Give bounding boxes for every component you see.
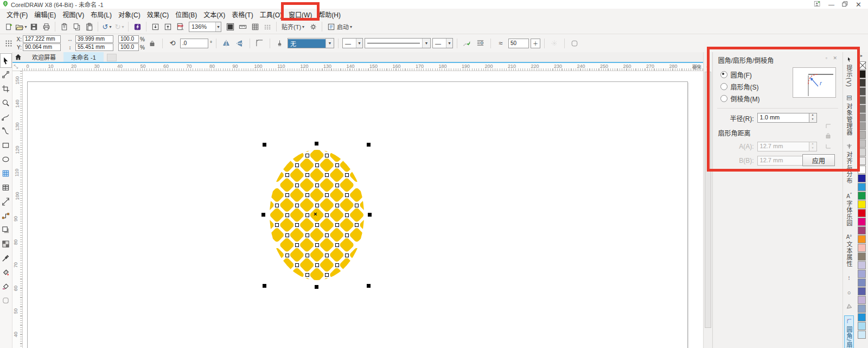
curve-node[interactable] xyxy=(335,243,339,247)
color-swatch[interactable] xyxy=(858,131,866,139)
color-swatch[interactable] xyxy=(858,166,866,174)
selection-handle[interactable] xyxy=(367,284,371,288)
outline-tool[interactable] xyxy=(1,294,11,307)
menu-item-11[interactable]: 窗口(W) xyxy=(285,9,315,20)
curve-node[interactable] xyxy=(285,233,289,237)
vertical-ruler[interactable]: 15014013012011010090807060504030 xyxy=(12,71,23,348)
lock-values-icon[interactable] xyxy=(825,132,833,141)
selection-handle[interactable] xyxy=(367,143,371,147)
color-swatch[interactable] xyxy=(858,148,866,156)
docker-tab-对象管理器[interactable]: 对象管理器 xyxy=(845,93,853,138)
docker-tab-icon-7[interactable]: ○ xyxy=(847,287,851,298)
menu-item-7[interactable]: 位图(B) xyxy=(172,9,200,20)
object-center-marker[interactable]: × xyxy=(314,211,317,217)
curve-node[interactable] xyxy=(345,233,349,237)
curve-node[interactable] xyxy=(285,213,289,217)
bspline-tool[interactable] xyxy=(1,124,11,138)
curve-node[interactable] xyxy=(295,204,299,207)
curve-node[interactable] xyxy=(275,204,279,207)
curve-node[interactable] xyxy=(295,263,299,267)
undo-button[interactable]: ↺ xyxy=(101,21,113,33)
menu-item-2[interactable]: 编辑(E) xyxy=(31,9,59,20)
color-swatch[interactable] xyxy=(858,252,866,261)
shape-recognition-button[interactable] xyxy=(461,37,473,49)
minimize-button[interactable]: — xyxy=(828,2,834,8)
curve-node[interactable] xyxy=(285,254,289,257)
color-swatch[interactable] xyxy=(858,322,866,330)
curve-node[interactable] xyxy=(325,254,329,257)
chevron-down-icon[interactable]: ▼ xyxy=(326,39,334,48)
curve-node[interactable] xyxy=(305,173,309,177)
smoothing-input[interactable]: 50 xyxy=(508,39,529,48)
color-swatch[interactable] xyxy=(858,87,866,96)
save-button[interactable] xyxy=(28,21,40,33)
import-button[interactable] xyxy=(149,21,161,33)
welcome-home-icon[interactable] xyxy=(12,52,24,62)
rectangle-tool[interactable] xyxy=(1,138,11,152)
color-swatch[interactable] xyxy=(858,174,866,182)
curve-node[interactable] xyxy=(315,243,319,247)
color-swatch[interactable] xyxy=(858,79,866,87)
rounded-corner-icon[interactable] xyxy=(569,37,580,49)
radio-icon[interactable] xyxy=(720,83,727,90)
palette-options-icon[interactable]: ▸ xyxy=(860,53,863,61)
color-swatch[interactable] xyxy=(858,296,866,304)
color-swatch[interactable] xyxy=(858,70,866,78)
docker-tab-icon-6[interactable]: ⁝ xyxy=(848,273,850,284)
curve-node[interactable] xyxy=(335,163,339,167)
horizontal-ruler[interactable]: ⤡ 01020304050607080901001101201301401501… xyxy=(12,63,703,71)
scale-h-input[interactable]: 100.0 xyxy=(118,35,139,43)
docker-tab-对齐与分布[interactable]: 对齐与分布 xyxy=(845,141,853,186)
dimension-tool[interactable] xyxy=(1,195,11,208)
y-position-input[interactable]: 90.064 mm xyxy=(23,43,61,51)
curve-node[interactable] xyxy=(325,154,329,157)
crop-tool[interactable] xyxy=(1,82,11,96)
scale-v-input[interactable]: 100.0 xyxy=(118,43,139,51)
menu-item-12[interactable]: 帮助(H) xyxy=(315,9,344,20)
object-height-input[interactable]: 55.451 mm xyxy=(75,43,113,51)
curve-node[interactable] xyxy=(315,204,319,207)
launch-button[interactable]: 启动 xyxy=(325,21,354,33)
app-launcher-button[interactable] xyxy=(131,21,143,33)
docker-tab-圆角/扇形[interactable]: 圆角/扇形 xyxy=(845,316,853,348)
color-swatch[interactable] xyxy=(858,261,866,269)
curve-node[interactable] xyxy=(325,193,329,197)
curve-node[interactable] xyxy=(315,184,319,187)
curve-node[interactable] xyxy=(325,273,329,277)
color-swatch[interactable] xyxy=(858,122,866,130)
outline-width-select[interactable]: 无 ▼ xyxy=(288,38,334,48)
color-swatch[interactable] xyxy=(858,305,866,313)
redo-button[interactable]: ↻ xyxy=(113,21,125,33)
curve-node[interactable] xyxy=(335,204,339,207)
color-swatch[interactable] xyxy=(858,279,866,287)
color-swatch[interactable] xyxy=(858,192,866,200)
copy-button[interactable] xyxy=(71,21,82,33)
color-swatch[interactable] xyxy=(858,96,866,104)
menu-item-1[interactable]: 文件(F) xyxy=(3,9,31,20)
color-swatch[interactable] xyxy=(858,209,866,217)
curve-node[interactable] xyxy=(305,233,309,237)
color-swatch[interactable] xyxy=(858,287,866,295)
mirror-horizontal-button[interactable] xyxy=(220,37,232,49)
curve-node[interactable] xyxy=(355,204,359,207)
selected-shape[interactable]: × xyxy=(268,148,366,282)
menu-item-8[interactable]: 文本(X) xyxy=(200,9,228,20)
interactive-fill-tool[interactable] xyxy=(1,265,11,279)
menu-item-3[interactable]: 视图(V) xyxy=(59,9,87,20)
signin-icon[interactable] xyxy=(814,1,821,8)
curve-node[interactable] xyxy=(285,173,289,177)
close-button[interactable]: ✕ xyxy=(856,2,861,8)
docker-tab-提示(V)[interactable]: 提示(V) xyxy=(845,54,853,90)
drawing-canvas[interactable]: × xyxy=(23,71,703,348)
curve-node[interactable] xyxy=(275,223,279,227)
selection-handle[interactable] xyxy=(261,213,265,217)
docker-tab-字体乐园[interactable]: A″字体乐园 xyxy=(845,189,853,229)
new-document-button[interactable] xyxy=(3,21,15,33)
color-eyedropper-tool[interactable] xyxy=(1,251,11,265)
curve-node[interactable] xyxy=(295,243,299,247)
curve-node[interactable] xyxy=(325,213,329,217)
menu-item-10[interactable]: 工具(O) xyxy=(257,9,285,20)
color-swatch[interactable] xyxy=(858,140,866,148)
curve-node[interactable] xyxy=(305,213,309,217)
x-position-input[interactable]: 127.222 mm xyxy=(23,35,61,43)
